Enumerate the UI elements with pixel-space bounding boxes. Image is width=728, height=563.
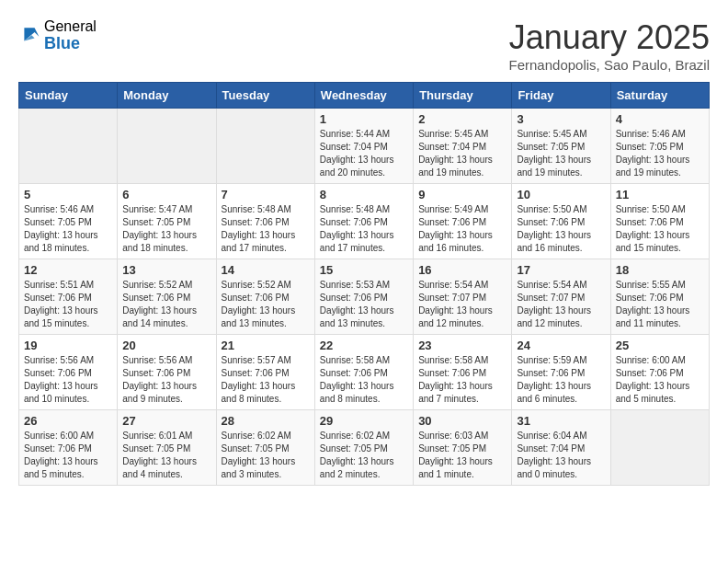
cell-content: Sunrise: 5:49 AM Sunset: 7:06 PM Dayligh… (418, 203, 506, 255)
day-number: 9 (418, 188, 506, 201)
calendar-cell: 11 Sunrise: 5:50 AM Sunset: 7:06 PM Dayl… (610, 184, 709, 259)
calendar-cell: 10 Sunrise: 5:50 AM Sunset: 7:06 PM Dayl… (512, 184, 610, 259)
weekday-header: Friday (512, 83, 610, 109)
calendar-cell: 27 Sunrise: 6:01 AM Sunset: 7:05 PM Dayl… (118, 410, 216, 486)
cell-content: Sunrise: 5:45 AM Sunset: 7:04 PM Dayligh… (418, 128, 506, 179)
calendar-cell: 1 Sunrise: 5:44 AM Sunset: 7:04 PM Dayli… (314, 109, 413, 184)
calendar-table: SundayMondayTuesdayWednesdayThursdayFrid… (18, 82, 710, 486)
cell-content: Sunrise: 5:52 AM Sunset: 7:06 PM Dayligh… (122, 279, 210, 330)
calendar-cell: 2 Sunrise: 5:45 AM Sunset: 7:04 PM Dayli… (414, 109, 512, 184)
cell-content: Sunrise: 5:54 AM Sunset: 7:07 PM Dayligh… (418, 279, 506, 330)
cell-content: Sunrise: 5:48 AM Sunset: 7:06 PM Dayligh… (222, 203, 310, 255)
day-number: 31 (517, 414, 605, 428)
cell-content: Sunrise: 5:59 AM Sunset: 7:06 PM Dayligh… (517, 354, 605, 406)
title-section: January 2025 Fernandopolis, Sao Paulo, B… (509, 18, 710, 73)
calendar-cell: 6 Sunrise: 5:47 AM Sunset: 7:05 PM Dayli… (118, 184, 216, 259)
logo-blue: Blue (44, 35, 97, 53)
day-number: 14 (222, 263, 310, 277)
calendar-cell: 26 Sunrise: 6:00 AM Sunset: 7:06 PM Dayl… (19, 410, 118, 486)
day-number: 29 (320, 414, 408, 428)
day-number: 1 (320, 112, 408, 126)
cell-content: Sunrise: 5:50 AM Sunset: 7:06 PM Dayligh… (616, 203, 704, 255)
day-number: 19 (24, 339, 112, 352)
calendar-cell: 7 Sunrise: 5:48 AM Sunset: 7:06 PM Dayli… (216, 184, 314, 259)
cell-content: Sunrise: 6:01 AM Sunset: 7:05 PM Dayligh… (122, 430, 210, 481)
day-number: 8 (320, 188, 408, 201)
cell-content: Sunrise: 5:56 AM Sunset: 7:06 PM Dayligh… (24, 354, 112, 406)
weekday-header: Wednesday (314, 83, 413, 109)
calendar-cell: 20 Sunrise: 5:56 AM Sunset: 7:06 PM Dayl… (118, 335, 216, 410)
day-number: 13 (122, 263, 210, 277)
day-number: 17 (517, 263, 605, 277)
calendar-week-row: 26 Sunrise: 6:00 AM Sunset: 7:06 PM Dayl… (19, 410, 710, 486)
day-number: 4 (616, 112, 704, 126)
day-number: 3 (517, 112, 605, 126)
cell-content: Sunrise: 5:44 AM Sunset: 7:04 PM Dayligh… (320, 128, 408, 179)
cell-content: Sunrise: 5:46 AM Sunset: 7:05 PM Dayligh… (24, 203, 112, 255)
day-number: 18 (616, 263, 704, 277)
calendar-cell: 17 Sunrise: 5:54 AM Sunset: 7:07 PM Dayl… (512, 259, 610, 335)
calendar-cell: 31 Sunrise: 6:04 AM Sunset: 7:04 PM Dayl… (512, 410, 610, 486)
calendar-cell: 21 Sunrise: 5:57 AM Sunset: 7:06 PM Dayl… (216, 335, 314, 410)
cell-content: Sunrise: 5:52 AM Sunset: 7:06 PM Dayligh… (222, 279, 310, 330)
cell-content: Sunrise: 5:58 AM Sunset: 7:06 PM Dayligh… (418, 354, 506, 406)
logo-text: General Blue (44, 18, 97, 52)
calendar-cell: 29 Sunrise: 6:02 AM Sunset: 7:05 PM Dayl… (314, 410, 413, 486)
cell-content: Sunrise: 5:50 AM Sunset: 7:06 PM Dayligh… (517, 203, 605, 255)
calendar-cell: 30 Sunrise: 6:03 AM Sunset: 7:05 PM Dayl… (414, 410, 512, 486)
calendar-cell (19, 109, 118, 184)
calendar-cell: 28 Sunrise: 6:02 AM Sunset: 7:05 PM Dayl… (216, 410, 314, 486)
day-number: 5 (24, 188, 112, 201)
logo-icon (18, 25, 40, 47)
calendar-cell: 3 Sunrise: 5:45 AM Sunset: 7:05 PM Dayli… (512, 109, 610, 184)
cell-content: Sunrise: 5:53 AM Sunset: 7:06 PM Dayligh… (320, 279, 408, 330)
calendar-cell: 12 Sunrise: 5:51 AM Sunset: 7:06 PM Dayl… (19, 259, 118, 335)
cell-content: Sunrise: 5:58 AM Sunset: 7:06 PM Dayligh… (320, 354, 408, 406)
svg-marker-0 (24, 28, 39, 40)
calendar-cell: 13 Sunrise: 5:52 AM Sunset: 7:06 PM Dayl… (118, 259, 216, 335)
cell-content: Sunrise: 5:46 AM Sunset: 7:05 PM Dayligh… (616, 128, 704, 179)
calendar-cell: 9 Sunrise: 5:49 AM Sunset: 7:06 PM Dayli… (414, 184, 512, 259)
calendar-cell (118, 109, 216, 184)
day-number: 6 (122, 188, 210, 201)
calendar-cell: 24 Sunrise: 5:59 AM Sunset: 7:06 PM Dayl… (512, 335, 610, 410)
cell-content: Sunrise: 5:48 AM Sunset: 7:06 PM Dayligh… (320, 203, 408, 255)
day-number: 27 (122, 414, 210, 428)
cell-content: Sunrise: 6:02 AM Sunset: 7:05 PM Dayligh… (320, 430, 408, 481)
day-number: 22 (320, 339, 408, 352)
day-number: 10 (517, 188, 605, 201)
calendar-cell (610, 410, 709, 486)
day-number: 16 (418, 263, 506, 277)
day-number: 11 (616, 188, 704, 201)
calendar-cell: 23 Sunrise: 5:58 AM Sunset: 7:06 PM Dayl… (414, 335, 512, 410)
cell-content: Sunrise: 6:00 AM Sunset: 7:06 PM Dayligh… (24, 430, 112, 481)
day-number: 12 (24, 263, 112, 277)
calendar-cell: 15 Sunrise: 5:53 AM Sunset: 7:06 PM Dayl… (314, 259, 413, 335)
weekday-header: Sunday (19, 83, 118, 109)
day-number: 21 (222, 339, 310, 352)
weekday-header: Thursday (414, 83, 512, 109)
cell-content: Sunrise: 6:04 AM Sunset: 7:04 PM Dayligh… (517, 430, 605, 481)
day-number: 25 (616, 339, 704, 352)
day-number: 7 (222, 188, 310, 201)
cell-content: Sunrise: 5:47 AM Sunset: 7:05 PM Dayligh… (122, 203, 210, 255)
day-number: 24 (517, 339, 605, 352)
calendar-cell: 22 Sunrise: 5:58 AM Sunset: 7:06 PM Dayl… (314, 335, 413, 410)
weekday-header: Saturday (610, 83, 709, 109)
calendar-week-row: 5 Sunrise: 5:46 AM Sunset: 7:05 PM Dayli… (19, 184, 710, 259)
cell-content: Sunrise: 5:51 AM Sunset: 7:06 PM Dayligh… (24, 279, 112, 330)
cell-content: Sunrise: 5:57 AM Sunset: 7:06 PM Dayligh… (222, 354, 310, 406)
day-number: 23 (418, 339, 506, 352)
weekday-header: Tuesday (216, 83, 314, 109)
calendar-cell: 19 Sunrise: 5:56 AM Sunset: 7:06 PM Dayl… (19, 335, 118, 410)
cell-content: Sunrise: 5:45 AM Sunset: 7:05 PM Dayligh… (517, 128, 605, 179)
calendar-cell (216, 109, 314, 184)
cell-content: Sunrise: 5:55 AM Sunset: 7:06 PM Dayligh… (616, 279, 704, 330)
calendar-cell: 4 Sunrise: 5:46 AM Sunset: 7:05 PM Dayli… (610, 109, 709, 184)
calendar-cell: 5 Sunrise: 5:46 AM Sunset: 7:05 PM Dayli… (19, 184, 118, 259)
cell-content: Sunrise: 6:03 AM Sunset: 7:05 PM Dayligh… (418, 430, 506, 481)
day-number: 30 (418, 414, 506, 428)
cell-content: Sunrise: 6:00 AM Sunset: 7:06 PM Dayligh… (616, 354, 704, 406)
calendar-cell: 18 Sunrise: 5:55 AM Sunset: 7:06 PM Dayl… (610, 259, 709, 335)
cell-content: Sunrise: 5:54 AM Sunset: 7:07 PM Dayligh… (517, 279, 605, 330)
